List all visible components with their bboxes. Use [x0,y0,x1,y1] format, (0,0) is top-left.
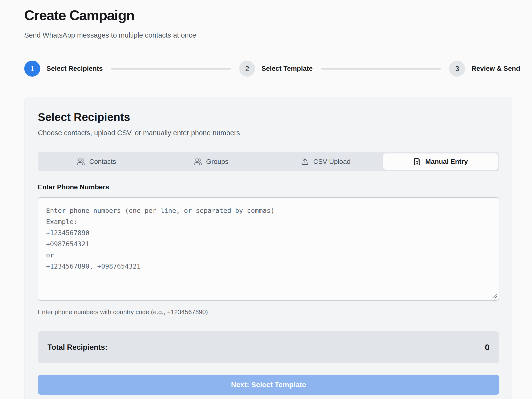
step-select-recipients[interactable]: 1 Select Recipients [24,61,103,77]
phone-numbers-textarea[interactable] [38,197,499,301]
phone-numbers-helper-text: Enter phone numbers with country code (e… [38,308,499,316]
step-1-circle: 1 [24,61,40,77]
users-icon [194,158,202,166]
page-title: Create Campaign [24,0,520,23]
step-3-circle: 3 [449,61,465,77]
next-select-template-button[interactable]: Next: Select Template [38,375,499,395]
tab-contacts[interactable]: Contacts [39,153,154,170]
users-icon [77,158,85,166]
select-recipients-card: Select Recipients Choose contacts, uploa… [24,97,512,399]
page-subtitle: Send WhatsApp messages to multiple conta… [24,31,520,39]
resize-handle-icon[interactable] [492,293,498,298]
step-2-circle: 2 [239,61,255,77]
tab-csv-upload-label: CSV Upload [313,158,350,166]
step-connector [321,68,441,70]
step-connector [111,68,231,70]
step-3-label: Review & Send [471,65,520,72]
create-campaign-page: Create Campaign Send WhatsApp messages t… [0,0,532,399]
upload-icon [301,158,309,166]
step-review-send[interactable]: 3 Review & Send [449,61,520,77]
tab-groups-label: Groups [206,158,229,166]
step-select-template[interactable]: 2 Select Template [239,61,313,77]
tab-groups[interactable]: Groups [154,153,269,170]
phone-numbers-label: Enter Phone Numbers [38,183,499,191]
total-recipients-value: 0 [485,343,490,352]
card-title: Select Recipients [38,111,499,123]
tab-contacts-label: Contacts [89,158,116,166]
recipient-source-tabs: Contacts Groups CSV Upload [38,152,499,171]
stepper: 1 Select Recipients 2 Select Template 3 … [24,61,520,77]
tab-csv-upload[interactable]: CSV Upload [269,153,383,170]
total-recipients-label: Total Recipients: [48,343,107,352]
phone-numbers-field-wrap [38,197,499,301]
step-1-label: Select Recipients [47,65,103,72]
tab-manual-entry-label: Manual Entry [425,158,468,166]
file-type-icon [413,158,421,166]
step-2-label: Select Template [262,65,313,72]
card-subtitle: Choose contacts, upload CSV, or manually… [38,129,499,137]
tab-manual-entry[interactable]: Manual Entry [383,153,498,170]
total-recipients-bar: Total Recipients: 0 [38,331,499,363]
